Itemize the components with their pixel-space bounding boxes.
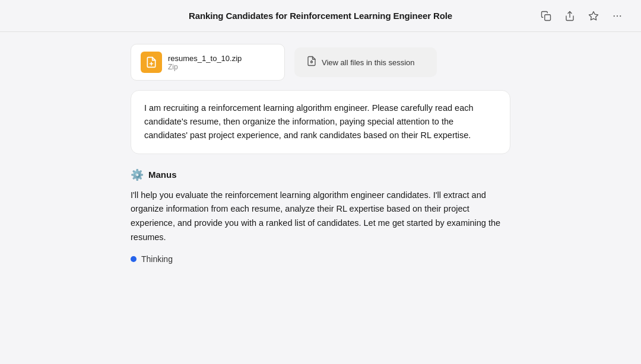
file-info: resumes_1_to_10.zip Zip [168,54,242,71]
view-files-label: View all files in this session [322,58,415,67]
share-button[interactable] [560,7,579,25]
star-button[interactable] [584,7,603,25]
header: Ranking Candidates for Reinforcement Lea… [0,0,641,31]
thinking-indicator: Thinking [131,254,510,264]
file-name: resumes_1_to_10.zip [168,54,242,63]
thinking-label: Thinking [141,254,173,264]
files-icon [306,56,317,69]
user-message-bubble: I am recruiting a reinforcement learning… [131,90,510,154]
svg-point-4 [617,15,618,16]
svg-marker-2 [589,11,598,20]
user-message-text: I am recruiting a reinforcement learning… [144,103,474,140]
attachments-row: resumes_1_to_10.zip Zip View all files i… [131,44,510,81]
svg-rect-0 [545,14,551,20]
manus-label-row: ⚙️ Manus [131,168,510,181]
manus-icon: ⚙️ [131,168,144,181]
copy-button[interactable] [537,7,556,25]
zip-file-icon [141,52,162,73]
thinking-dot [131,256,137,262]
header-actions [537,7,627,25]
more-options-button[interactable] [608,7,627,25]
main-content: resumes_1_to_10.zip Zip View all files i… [0,32,641,364]
file-type: Zip [168,63,242,71]
svg-point-5 [620,15,621,16]
manus-response: ⚙️ Manus I'll help you evaluate the rein… [131,168,510,264]
manus-name: Manus [148,170,177,180]
view-all-files-button[interactable]: View all files in this session [294,47,437,77]
page-title: Ranking Candidates for Reinforcement Lea… [189,11,452,21]
file-card[interactable]: resumes_1_to_10.zip Zip [131,44,285,81]
manus-response-text: I'll help you evaluate the reinforcement… [131,189,510,245]
svg-point-3 [614,15,615,16]
